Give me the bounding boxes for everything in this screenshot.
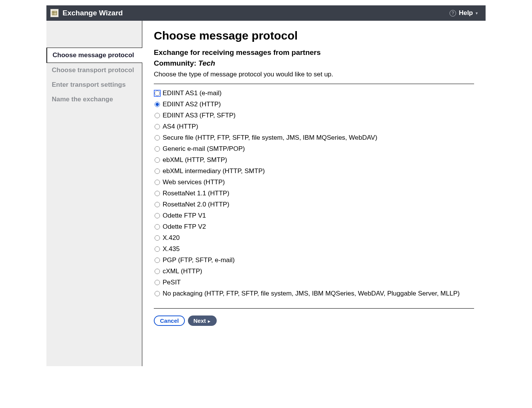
wizard-step[interactable]: Choose message protocol xyxy=(46,48,142,63)
protocol-radio[interactable] xyxy=(155,291,160,296)
protocol-label[interactable]: No packaging (HTTP, FTP, SFTP, file syst… xyxy=(163,290,460,297)
protocol-radio[interactable] xyxy=(155,157,160,163)
wizard-step[interactable]: Choose transport protocol xyxy=(46,63,142,78)
divider xyxy=(154,308,474,309)
protocol-label[interactable]: AS4 (HTTP) xyxy=(163,123,198,130)
protocol-label[interactable]: EDIINT AS3 (FTP, SFTP) xyxy=(163,112,236,119)
page-description: Choose the type of message protocol you … xyxy=(154,71,474,78)
protocol-option: cXML (HTTP) xyxy=(155,268,474,275)
protocol-radio[interactable] xyxy=(155,180,160,185)
protocol-label[interactable]: EDIINT AS2 (HTTP) xyxy=(163,101,221,108)
protocol-radio[interactable] xyxy=(155,235,160,241)
protocol-option: Generic e-mail (SMTP/POP) xyxy=(155,145,474,153)
protocol-label[interactable]: Secure file (HTTP, FTP, SFTP, file syste… xyxy=(163,134,377,142)
protocol-option: EDIINT AS2 (HTTP) xyxy=(155,101,474,108)
protocol-options: EDIINT AS1 (e-mail)EDIINT AS2 (HTTP)EDII… xyxy=(155,89,474,297)
protocol-option: ebXML (HTTP, SMTP) xyxy=(155,156,474,164)
protocol-radio[interactable] xyxy=(155,91,160,96)
protocol-label[interactable]: PeSIT xyxy=(163,279,181,286)
protocol-label[interactable]: ebXML (HTTP, SMTP) xyxy=(163,156,227,164)
protocol-radio[interactable] xyxy=(155,124,160,129)
protocol-label[interactable]: RosettaNet 1.1 (HTTP) xyxy=(163,190,229,197)
protocol-option: EDIINT AS1 (e-mail) xyxy=(155,89,474,97)
help-menu[interactable]: ? Help ▾ xyxy=(450,9,478,17)
protocol-option: Odette FTP V2 xyxy=(155,223,474,231)
protocol-radio[interactable] xyxy=(155,113,160,118)
protocol-label[interactable]: ebXML intermediary (HTTP, SMTP) xyxy=(163,167,265,175)
protocol-option: AS4 (HTTP) xyxy=(155,123,474,130)
protocol-option: Web services (HTTP) xyxy=(155,178,474,186)
protocol-radio[interactable] xyxy=(155,168,160,174)
main-content: Choose message protocol Exchange for rec… xyxy=(142,21,486,366)
cancel-button[interactable]: Cancel xyxy=(154,315,185,326)
protocol-option: X.420 xyxy=(155,234,474,242)
protocol-radio[interactable] xyxy=(155,258,160,263)
protocol-option: PeSIT xyxy=(155,279,474,286)
app-header: Exchange Wizard ? Help ▾ xyxy=(46,5,486,21)
protocol-radio[interactable] xyxy=(155,146,160,152)
wizard-icon xyxy=(50,9,59,17)
svg-rect-0 xyxy=(52,11,57,15)
wizard-step[interactable]: Name the exchange xyxy=(46,92,142,107)
protocol-option: ebXML intermediary (HTTP, SMTP) xyxy=(155,167,474,175)
page-subtitle: Exchange for receiving messages from par… xyxy=(154,48,474,57)
chevron-down-icon: ▾ xyxy=(476,11,478,16)
protocol-option: RosettaNet 1.1 (HTTP) xyxy=(155,190,474,197)
protocol-option: Odette FTP V1 xyxy=(155,212,474,220)
protocol-label[interactable]: Odette FTP V2 xyxy=(163,223,206,231)
protocol-option: RosettaNet 2.0 (HTTP) xyxy=(155,201,474,208)
protocol-label[interactable]: X.420 xyxy=(163,234,180,242)
community-line: Community: Tech xyxy=(154,59,474,68)
protocol-option: Secure file (HTTP, FTP, SFTP, file syste… xyxy=(155,134,474,142)
community-label: Community: xyxy=(154,59,196,67)
help-label: Help xyxy=(459,9,473,17)
community-name: Tech xyxy=(198,59,215,67)
arrow-right-icon: ► xyxy=(207,319,211,324)
protocol-label[interactable]: Generic e-mail (SMTP/POP) xyxy=(163,145,245,153)
protocol-radio[interactable] xyxy=(155,269,160,274)
protocol-label[interactable]: EDIINT AS1 (e-mail) xyxy=(163,89,222,97)
protocol-label[interactable]: Web services (HTTP) xyxy=(163,178,225,186)
protocol-label[interactable]: RosettaNet 2.0 (HTTP) xyxy=(163,201,229,208)
next-button[interactable]: Next► xyxy=(188,315,216,326)
protocol-radio[interactable] xyxy=(155,280,160,285)
protocol-radio[interactable] xyxy=(155,202,160,207)
protocol-option: X.435 xyxy=(155,245,474,253)
divider xyxy=(154,84,474,84)
wizard-step[interactable]: Enter transport settings xyxy=(46,78,142,92)
protocol-label[interactable]: PGP (FTP, SFTP, e-mail) xyxy=(163,256,235,264)
next-label: Next xyxy=(193,317,206,324)
protocol-option: No packaging (HTTP, FTP, SFTP, file syst… xyxy=(155,290,474,297)
app-title: Exchange Wizard xyxy=(63,9,123,17)
protocol-radio[interactable] xyxy=(155,191,160,196)
protocol-radio[interactable] xyxy=(155,246,160,252)
help-icon: ? xyxy=(450,10,456,17)
protocol-radio[interactable] xyxy=(155,102,160,107)
protocol-label[interactable]: X.435 xyxy=(163,245,180,253)
protocol-radio[interactable] xyxy=(155,135,160,140)
protocol-label[interactable]: Odette FTP V1 xyxy=(163,212,206,220)
protocol-radio[interactable] xyxy=(155,213,160,218)
wizard-sidebar: Choose message protocolChoose transport … xyxy=(46,21,142,366)
protocol-label[interactable]: cXML (HTTP) xyxy=(163,268,202,275)
protocol-option: PGP (FTP, SFTP, e-mail) xyxy=(155,256,474,264)
protocol-radio[interactable] xyxy=(155,224,160,230)
page-title: Choose message protocol xyxy=(154,29,474,42)
protocol-option: EDIINT AS3 (FTP, SFTP) xyxy=(155,112,474,119)
